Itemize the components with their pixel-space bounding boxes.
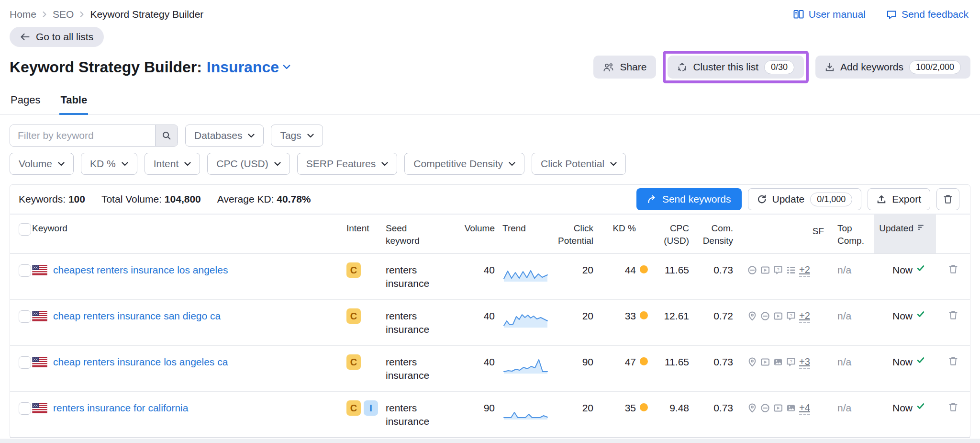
chevron-down-icon: [274, 162, 281, 166]
header-sf: SF: [745, 215, 833, 253]
us-flag-icon: [32, 265, 47, 275]
click-potential-value: 20: [557, 392, 605, 437]
faq-icon: [786, 311, 796, 321]
check-icon: [917, 265, 924, 272]
keyword-link[interactable]: renters insurance for california: [53, 401, 188, 414]
row-checkbox[interactable]: [19, 310, 31, 323]
sf-more-link[interactable]: +2: [799, 310, 810, 323]
competitive-density-filter-dropdown[interactable]: Competitive Density: [404, 153, 524, 175]
click-potential-value: 20: [557, 300, 605, 345]
keyword-link[interactable]: cheap renters insurance san diego ca: [53, 309, 221, 322]
tab-table[interactable]: Table: [59, 91, 88, 115]
horizontal-scrollbar-track[interactable]: [0, 439, 980, 443]
seed-keyword: renters insurance: [383, 300, 454, 345]
density-value: 0.73: [701, 392, 745, 437]
databases-dropdown[interactable]: Databases: [185, 125, 264, 147]
header-top-comp: Top Comp.: [833, 215, 874, 253]
header-seed-keyword: Seed keyword: [383, 215, 454, 253]
top-comp-value: n/a: [833, 346, 874, 391]
delete-row-icon[interactable]: [949, 356, 958, 366]
export-button[interactable]: Export: [868, 188, 930, 210]
competitive-density-filter-label: Competitive Density: [413, 158, 503, 170]
filter-keyword-input[interactable]: [10, 125, 155, 146]
view-tabs: Pages Table: [0, 91, 980, 115]
feedback-bubble-icon: [887, 10, 897, 19]
kd-filter-label: KD %: [90, 158, 116, 170]
sf-more-link[interactable]: +4: [799, 402, 810, 415]
serp-features-filter-label: SERP Features: [306, 158, 376, 170]
select-all-checkbox[interactable]: [19, 223, 31, 236]
kd-filter-dropdown[interactable]: KD %: [81, 153, 137, 175]
download-icon: [825, 62, 835, 72]
intent-filter-dropdown[interactable]: Intent: [145, 153, 200, 175]
intent-badge-commercial: C: [346, 308, 361, 324]
tab-pages[interactable]: Pages: [10, 91, 41, 115]
click-potential-filter-dropdown[interactable]: Click Potential: [532, 153, 626, 175]
video-icon: [760, 265, 770, 275]
delete-list-button[interactable]: [936, 188, 959, 210]
sitelinks-icon: [760, 403, 770, 413]
total-volume-value: 104,800: [165, 193, 201, 204]
volume-value: 40: [454, 300, 496, 345]
row-checkbox[interactable]: [19, 402, 31, 415]
updated-value: Now: [892, 309, 913, 322]
total-volume-label: Total Volume:: [101, 193, 162, 204]
cpc-value: 9.48: [655, 392, 701, 437]
chevron-right-icon: [42, 11, 47, 18]
cpc-value: 11.65: [655, 346, 701, 391]
us-flag-icon: [32, 403, 47, 413]
go-to-all-lists-label: Go to all lists: [36, 31, 93, 43]
serp-features-filter-dropdown[interactable]: SERP Features: [297, 153, 398, 175]
volume-filter-dropdown[interactable]: Volume: [10, 153, 74, 175]
header-volume: Volume: [454, 215, 496, 253]
go-to-all-lists-button[interactable]: Go to all lists: [10, 27, 104, 47]
cpc-filter-dropdown[interactable]: CPC (USD): [207, 153, 290, 175]
delete-row-icon[interactable]: [949, 310, 958, 320]
kd-value: 44: [625, 263, 636, 299]
send-keywords-button[interactable]: Send keywords: [636, 188, 742, 210]
list-name-dropdown[interactable]: Insurance: [207, 58, 290, 76]
intent-filter-label: Intent: [154, 158, 179, 170]
kd-value: 33: [625, 309, 636, 345]
volume-value: 90: [454, 392, 496, 437]
add-keywords-button[interactable]: Add keywords 100/2,000: [815, 56, 970, 79]
sf-more-link[interactable]: +2: [799, 264, 810, 277]
search-button[interactable]: [155, 125, 178, 146]
keyword-link[interactable]: cheapest renters insurance los angeles: [53, 263, 228, 276]
tags-dropdown[interactable]: Tags: [271, 125, 323, 147]
delete-row-icon[interactable]: [949, 264, 958, 274]
send-keywords-label: Send keywords: [662, 193, 731, 205]
delete-row-icon[interactable]: [949, 402, 958, 412]
header-updated-label: Updated: [879, 222, 913, 235]
book-icon: [793, 10, 804, 19]
row-checkbox[interactable]: [19, 356, 31, 369]
share-button[interactable]: Share: [593, 56, 656, 79]
header-kd: KD %: [605, 215, 655, 253]
keyword-strategy-builder-page: Home SEO Keyword Strategy Builder User m…: [0, 0, 980, 443]
send-feedback-link[interactable]: Send feedback: [887, 9, 969, 20]
table-row: cheap renters insurance los angeles ca C…: [10, 346, 970, 392]
sf-more-link[interactable]: +3: [799, 356, 810, 369]
keyword-filter: [10, 125, 178, 147]
sitelinks-icon: [747, 265, 757, 275]
average-kd-value: 40.78%: [277, 193, 311, 204]
user-manual-link[interactable]: User manual: [793, 9, 866, 20]
export-icon: [877, 194, 886, 204]
header-trend: Trend: [496, 215, 557, 253]
click-potential-value: 20: [557, 254, 605, 299]
table-row: cheapest renters insurance los angeles C…: [10, 254, 970, 300]
chevron-right-icon: [79, 11, 84, 18]
header-updated-sortable[interactable]: Updated: [874, 215, 936, 253]
click-potential-filter-label: Click Potential: [541, 158, 604, 170]
cluster-this-list-button[interactable]: Cluster this list 0/30: [668, 56, 804, 79]
keyword-link[interactable]: cheap renters insurance los angeles ca: [53, 355, 228, 368]
breadcrumb-home[interactable]: Home: [10, 9, 36, 20]
breadcrumb-seo[interactable]: SEO: [53, 9, 74, 20]
density-value: 0.73: [701, 254, 745, 299]
header-cpc: CPC (USD): [655, 215, 701, 253]
cpc-value: 12.61: [655, 300, 701, 345]
image-pack-icon: [773, 357, 783, 367]
local-pack-icon: [747, 357, 757, 367]
row-checkbox[interactable]: [19, 264, 31, 277]
update-button[interactable]: Update 0/1,000: [748, 188, 862, 210]
